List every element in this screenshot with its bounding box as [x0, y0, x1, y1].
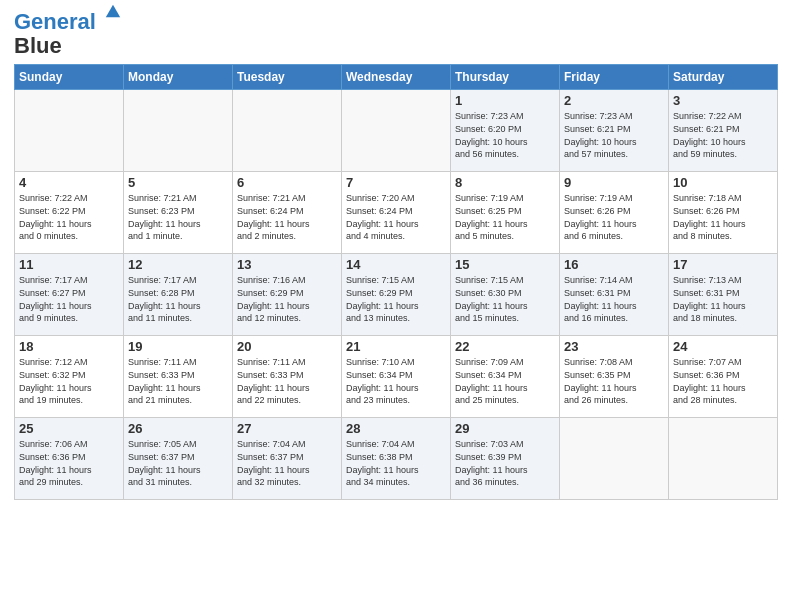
week-row-3: 11Sunrise: 7:17 AMSunset: 6:27 PMDayligh…: [15, 254, 778, 336]
header: General Blue: [14, 10, 778, 58]
calendar-cell: 27Sunrise: 7:04 AMSunset: 6:37 PMDayligh…: [233, 418, 342, 500]
logo: General Blue: [14, 10, 122, 58]
day-number: 18: [19, 339, 119, 354]
calendar-cell: [15, 90, 124, 172]
day-info: Sunrise: 7:10 AMSunset: 6:34 PMDaylight:…: [346, 356, 446, 406]
day-info: Sunrise: 7:22 AMSunset: 6:21 PMDaylight:…: [673, 110, 773, 160]
day-number: 27: [237, 421, 337, 436]
day-header-monday: Monday: [124, 65, 233, 90]
logo-bird-icon: [104, 2, 122, 20]
logo-line2: Blue: [14, 34, 122, 58]
day-number: 10: [673, 175, 773, 190]
day-info: Sunrise: 7:23 AMSunset: 6:20 PMDaylight:…: [455, 110, 555, 160]
day-info: Sunrise: 7:12 AMSunset: 6:32 PMDaylight:…: [19, 356, 119, 406]
day-header-friday: Friday: [560, 65, 669, 90]
day-info: Sunrise: 7:06 AMSunset: 6:36 PMDaylight:…: [19, 438, 119, 488]
day-info: Sunrise: 7:11 AMSunset: 6:33 PMDaylight:…: [128, 356, 228, 406]
day-number: 16: [564, 257, 664, 272]
calendar-cell: 7Sunrise: 7:20 AMSunset: 6:24 PMDaylight…: [342, 172, 451, 254]
day-info: Sunrise: 7:11 AMSunset: 6:33 PMDaylight:…: [237, 356, 337, 406]
logo-line1: General: [14, 9, 96, 34]
day-number: 5: [128, 175, 228, 190]
calendar-cell: [560, 418, 669, 500]
day-number: 15: [455, 257, 555, 272]
day-info: Sunrise: 7:13 AMSunset: 6:31 PMDaylight:…: [673, 274, 773, 324]
calendar-cell: 12Sunrise: 7:17 AMSunset: 6:28 PMDayligh…: [124, 254, 233, 336]
day-info: Sunrise: 7:17 AMSunset: 6:28 PMDaylight:…: [128, 274, 228, 324]
day-number: 8: [455, 175, 555, 190]
day-info: Sunrise: 7:15 AMSunset: 6:30 PMDaylight:…: [455, 274, 555, 324]
day-number: 12: [128, 257, 228, 272]
day-info: Sunrise: 7:16 AMSunset: 6:29 PMDaylight:…: [237, 274, 337, 324]
day-number: 24: [673, 339, 773, 354]
day-info: Sunrise: 7:04 AMSunset: 6:38 PMDaylight:…: [346, 438, 446, 488]
calendar-cell: 21Sunrise: 7:10 AMSunset: 6:34 PMDayligh…: [342, 336, 451, 418]
day-info: Sunrise: 7:21 AMSunset: 6:23 PMDaylight:…: [128, 192, 228, 242]
calendar-cell: 4Sunrise: 7:22 AMSunset: 6:22 PMDaylight…: [15, 172, 124, 254]
day-number: 23: [564, 339, 664, 354]
calendar-cell: [342, 90, 451, 172]
calendar-header-row: SundayMondayTuesdayWednesdayThursdayFrid…: [15, 65, 778, 90]
calendar-cell: 17Sunrise: 7:13 AMSunset: 6:31 PMDayligh…: [669, 254, 778, 336]
day-info: Sunrise: 7:17 AMSunset: 6:27 PMDaylight:…: [19, 274, 119, 324]
day-header-wednesday: Wednesday: [342, 65, 451, 90]
day-header-sunday: Sunday: [15, 65, 124, 90]
day-number: 21: [346, 339, 446, 354]
day-info: Sunrise: 7:04 AMSunset: 6:37 PMDaylight:…: [237, 438, 337, 488]
calendar-cell: 24Sunrise: 7:07 AMSunset: 6:36 PMDayligh…: [669, 336, 778, 418]
day-info: Sunrise: 7:09 AMSunset: 6:34 PMDaylight:…: [455, 356, 555, 406]
calendar-cell: 25Sunrise: 7:06 AMSunset: 6:36 PMDayligh…: [15, 418, 124, 500]
week-row-2: 4Sunrise: 7:22 AMSunset: 6:22 PMDaylight…: [15, 172, 778, 254]
calendar-cell: 16Sunrise: 7:14 AMSunset: 6:31 PMDayligh…: [560, 254, 669, 336]
day-number: 1: [455, 93, 555, 108]
day-number: 28: [346, 421, 446, 436]
calendar-cell: 20Sunrise: 7:11 AMSunset: 6:33 PMDayligh…: [233, 336, 342, 418]
day-number: 14: [346, 257, 446, 272]
calendar-cell: 11Sunrise: 7:17 AMSunset: 6:27 PMDayligh…: [15, 254, 124, 336]
day-number: 9: [564, 175, 664, 190]
day-number: 22: [455, 339, 555, 354]
week-row-4: 18Sunrise: 7:12 AMSunset: 6:32 PMDayligh…: [15, 336, 778, 418]
calendar-cell: 10Sunrise: 7:18 AMSunset: 6:26 PMDayligh…: [669, 172, 778, 254]
day-info: Sunrise: 7:20 AMSunset: 6:24 PMDaylight:…: [346, 192, 446, 242]
calendar-cell: [233, 90, 342, 172]
day-info: Sunrise: 7:23 AMSunset: 6:21 PMDaylight:…: [564, 110, 664, 160]
day-number: 11: [19, 257, 119, 272]
calendar-cell: 13Sunrise: 7:16 AMSunset: 6:29 PMDayligh…: [233, 254, 342, 336]
calendar-cell: [124, 90, 233, 172]
calendar-body: 1Sunrise: 7:23 AMSunset: 6:20 PMDaylight…: [15, 90, 778, 500]
day-info: Sunrise: 7:15 AMSunset: 6:29 PMDaylight:…: [346, 274, 446, 324]
calendar-cell: 18Sunrise: 7:12 AMSunset: 6:32 PMDayligh…: [15, 336, 124, 418]
day-number: 4: [19, 175, 119, 190]
day-info: Sunrise: 7:08 AMSunset: 6:35 PMDaylight:…: [564, 356, 664, 406]
day-info: Sunrise: 7:19 AMSunset: 6:26 PMDaylight:…: [564, 192, 664, 242]
calendar-cell: 9Sunrise: 7:19 AMSunset: 6:26 PMDaylight…: [560, 172, 669, 254]
calendar-cell: 2Sunrise: 7:23 AMSunset: 6:21 PMDaylight…: [560, 90, 669, 172]
calendar-cell: 28Sunrise: 7:04 AMSunset: 6:38 PMDayligh…: [342, 418, 451, 500]
day-info: Sunrise: 7:21 AMSunset: 6:24 PMDaylight:…: [237, 192, 337, 242]
calendar-cell: 29Sunrise: 7:03 AMSunset: 6:39 PMDayligh…: [451, 418, 560, 500]
day-number: 7: [346, 175, 446, 190]
day-header-thursday: Thursday: [451, 65, 560, 90]
day-info: Sunrise: 7:14 AMSunset: 6:31 PMDaylight:…: [564, 274, 664, 324]
calendar-cell: 19Sunrise: 7:11 AMSunset: 6:33 PMDayligh…: [124, 336, 233, 418]
day-info: Sunrise: 7:19 AMSunset: 6:25 PMDaylight:…: [455, 192, 555, 242]
day-number: 19: [128, 339, 228, 354]
day-number: 29: [455, 421, 555, 436]
calendar-cell: 22Sunrise: 7:09 AMSunset: 6:34 PMDayligh…: [451, 336, 560, 418]
day-number: 13: [237, 257, 337, 272]
week-row-1: 1Sunrise: 7:23 AMSunset: 6:20 PMDaylight…: [15, 90, 778, 172]
day-number: 26: [128, 421, 228, 436]
day-info: Sunrise: 7:07 AMSunset: 6:36 PMDaylight:…: [673, 356, 773, 406]
day-number: 2: [564, 93, 664, 108]
calendar-table: SundayMondayTuesdayWednesdayThursdayFrid…: [14, 64, 778, 500]
calendar-cell: 8Sunrise: 7:19 AMSunset: 6:25 PMDaylight…: [451, 172, 560, 254]
calendar-cell: 15Sunrise: 7:15 AMSunset: 6:30 PMDayligh…: [451, 254, 560, 336]
day-info: Sunrise: 7:05 AMSunset: 6:37 PMDaylight:…: [128, 438, 228, 488]
calendar-cell: 5Sunrise: 7:21 AMSunset: 6:23 PMDaylight…: [124, 172, 233, 254]
day-number: 6: [237, 175, 337, 190]
calendar-page: General Blue SundayMondayTuesdayWednesda…: [0, 0, 792, 510]
week-row-5: 25Sunrise: 7:06 AMSunset: 6:36 PMDayligh…: [15, 418, 778, 500]
day-header-saturday: Saturday: [669, 65, 778, 90]
day-info: Sunrise: 7:03 AMSunset: 6:39 PMDaylight:…: [455, 438, 555, 488]
